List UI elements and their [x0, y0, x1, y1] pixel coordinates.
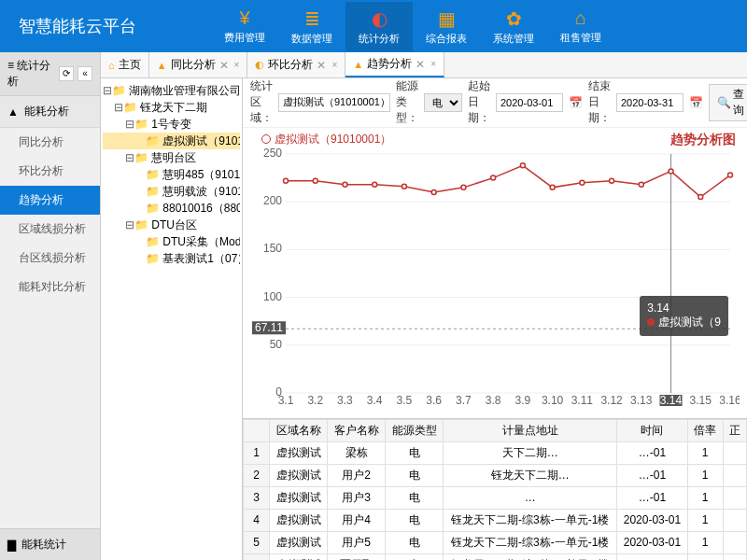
col-header[interactable] — [244, 419, 270, 441]
close-icon[interactable]: × — [331, 60, 337, 70]
svg-point-36 — [373, 182, 377, 187]
col-header[interactable]: 倍率 — [687, 419, 723, 441]
energy-select[interactable]: 电 — [424, 93, 462, 112]
toggle-icon[interactable]: ⊟ — [125, 149, 134, 166]
tab-icon: ▲ — [157, 60, 167, 71]
region-input[interactable] — [278, 93, 390, 112]
cell: …-01 — [617, 464, 688, 486]
tree-label: 1号专变 — [151, 118, 191, 131]
content: ⌂主页▲同比分析 ✕×◐环比分析 ✕×▲趋势分析 ✕× ⊟📁 湖南物业管理有限公… — [101, 52, 747, 560]
topnav-1[interactable]: ≣数据管理 — [278, 2, 345, 51]
tree-node[interactable]: ⊟📁 慧明台区 — [103, 149, 240, 166]
table-row[interactable]: 4虚拟测试用户4电钰龙天下二期-综3栋-一单元-1楼2020-03-011 — [244, 509, 747, 531]
col-header[interactable]: 能源类型 — [386, 419, 444, 441]
end-date-input[interactable] — [616, 93, 684, 112]
main: ≡ 统计分析 ⟳ « ▲ 能耗分析 同比分析环比分析趋势分析区域线损分析台区线损… — [0, 52, 747, 560]
tree-node[interactable]: 📁 88010016（8801） — [103, 200, 240, 217]
cell: …-01 — [617, 486, 688, 509]
workspace: ⊟📁 湖南物业管理有限公司⊟📁 钰龙天下二期⊟📁 1号专变📁 虚拟测试（9101… — [101, 78, 747, 560]
folder-icon: 📁 — [146, 252, 160, 265]
nav-icon: ⌂ — [575, 7, 586, 29]
cell — [723, 531, 747, 553]
cell: 2020-03-01 — [617, 509, 688, 531]
close-icon[interactable]: × — [430, 59, 436, 69]
topnav-3[interactable]: ▦综合报表 — [413, 2, 480, 51]
col-header[interactable]: 时间 — [617, 419, 688, 441]
refresh-icon[interactable]: ⟳ — [59, 66, 74, 81]
cell — [723, 464, 747, 486]
tree-node[interactable]: 📁 慧明载波（91010004） — [103, 183, 240, 200]
cell: 梁栋 — [328, 441, 386, 464]
cell: 4 — [244, 509, 270, 531]
col-header[interactable]: 区域名称 — [270, 419, 328, 441]
table-row[interactable]: 3虚拟测试用户3电……-011 — [244, 486, 747, 509]
table-row[interactable]: 1虚拟测试梁栋电天下二期……-011 — [244, 441, 747, 464]
svg-text:3.14: 3.14 — [660, 394, 683, 407]
toggle-icon[interactable]: ⊟ — [114, 99, 123, 116]
tree-node[interactable]: 📁 慧明485（91010003） — [103, 166, 240, 183]
table-row[interactable]: 2虚拟测试用户2电钰龙天下二期……-011 — [244, 464, 747, 486]
close-icon[interactable]: × — [234, 60, 240, 70]
svg-text:3.3: 3.3 — [337, 394, 353, 407]
svg-point-38 — [431, 189, 436, 194]
tab-label: 环比分析 — [268, 57, 313, 73]
energy-label: 能源类型： — [396, 78, 418, 126]
table-row[interactable]: 6虚拟测试栗雪飞电钰龙天下二期-综3栋-一单元-1楼2020-03-011 — [244, 553, 747, 560]
toggle-icon[interactable]: ⊟ — [125, 217, 134, 233]
col-header[interactable]: 正 — [723, 419, 747, 441]
svg-point-47 — [698, 195, 703, 200]
cell: 钰龙天下二期-综3栋-一单元-1楼 — [444, 509, 617, 531]
topnav-2[interactable]: ◐统计分析 — [345, 2, 413, 51]
tab-0[interactable]: ⌂主页 — [101, 52, 149, 77]
sidebar-section-energy[interactable]: ▲ 能耗分析 — [0, 96, 100, 128]
cell: 用户2 — [328, 464, 386, 486]
svg-text:3.4: 3.4 — [367, 394, 383, 407]
tree-node[interactable]: ⊟📁 DTU台区 — [103, 217, 240, 233]
tree-node[interactable]: 📁 DTU采集（Modbus_D — [103, 233, 240, 250]
svg-text:150: 150 — [263, 242, 282, 255]
topnav-5[interactable]: ⌂租售管理 — [547, 2, 614, 51]
trend-chart[interactable]: 05010015020025067.113.13.23.33.43.53.63.… — [250, 135, 740, 415]
tree-node[interactable]: ⊟📁 1号专变 — [103, 116, 240, 133]
tab-1[interactable]: ▲同比分析 ✕× — [149, 52, 248, 77]
start-date-input[interactable] — [496, 93, 563, 112]
tab-2[interactable]: ◐环比分析 ✕× — [247, 52, 345, 77]
calendar-icon[interactable]: 📅 — [689, 96, 703, 109]
svg-text:200: 200 — [263, 194, 282, 207]
calendar-icon[interactable]: 📅 — [569, 96, 583, 109]
sidebar-item-1[interactable]: 环比分析 — [0, 157, 100, 186]
tree-node[interactable]: 📁 虚拟测试（91010001） — [103, 133, 240, 149]
cell: 5 — [244, 531, 270, 553]
filter-bar: 统计区域： 能源类型： 电 起始日期： 📅 结束日期： 📅 🔍 查询 — [243, 78, 747, 128]
folder-icon: 📁 — [134, 118, 148, 131]
tab-suffix: ✕ — [416, 58, 425, 71]
tree-label: 慧明台区 — [151, 151, 196, 164]
tab-3[interactable]: ▲趋势分析 ✕× — [345, 52, 444, 77]
tree-node[interactable]: ⊟📁 钰龙天下二期 — [103, 99, 240, 116]
sidebar-item-0[interactable]: 同比分析 — [0, 128, 100, 157]
toggle-icon[interactable]: ⊟ — [125, 116, 134, 133]
nav-label: 数据管理 — [291, 32, 332, 46]
chart-legend[interactable]: 虚拟测试（91010001） — [261, 132, 391, 147]
tree-node[interactable]: 📁 基表测试1（07） — [103, 250, 240, 267]
tree-label: 钰龙天下二期 — [140, 101, 207, 114]
sidebar-item-3[interactable]: 区域线损分析 — [0, 215, 100, 244]
cell: … — [444, 486, 617, 509]
topnav-0[interactable]: ¥费用管理 — [211, 2, 278, 51]
sidebar-item-5[interactable]: 能耗对比分析 — [0, 273, 100, 301]
col-header[interactable]: 客户名称 — [328, 419, 386, 441]
tree-label: 慧明485（91010003） — [162, 168, 240, 181]
topnav-4[interactable]: ✿系统管理 — [480, 2, 547, 51]
svg-text:100: 100 — [263, 290, 282, 303]
sidebar-item-2[interactable]: 趋势分析 — [0, 186, 100, 215]
query-button[interactable]: 🔍 查询 — [709, 84, 747, 121]
sidebar-bottom[interactable]: ▇ 能耗统计 — [0, 528, 100, 560]
toggle-icon[interactable]: ⊟ — [103, 82, 112, 99]
collapse-icon[interactable]: « — [78, 66, 92, 81]
table-row[interactable]: 5虚拟测试用户5电钰龙天下二期-综3栋-一单元-1楼2020-03-011 — [244, 531, 747, 553]
nav-icon: ✿ — [506, 7, 522, 30]
sidebar-item-4[interactable]: 台区线损分析 — [0, 244, 100, 273]
nav-icon: ◐ — [372, 7, 388, 30]
col-header[interactable]: 计量点地址 — [444, 419, 617, 441]
tree-node[interactable]: ⊟📁 湖南物业管理有限公司 — [103, 82, 240, 99]
